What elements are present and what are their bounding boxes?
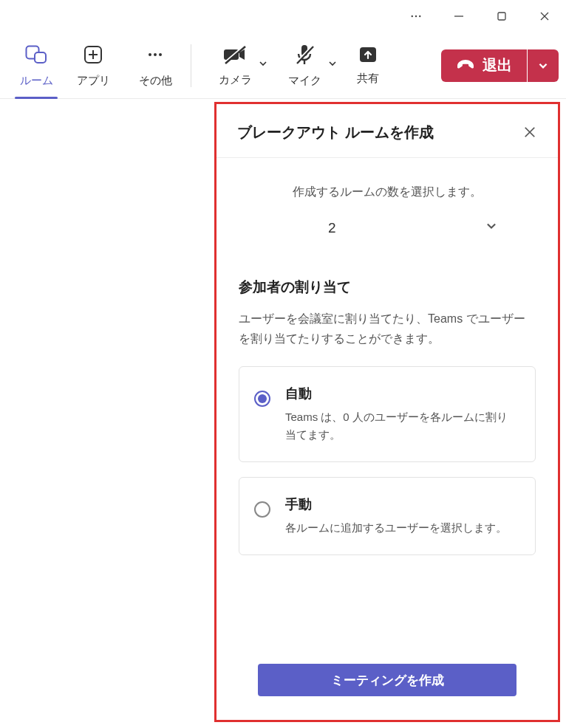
rooms-count-label: 作成するルームの数を選択します。 <box>234 185 540 200</box>
radio-selected-icon <box>254 391 270 407</box>
assign-desc: ユーザーを会議室に割り当てたり、Teams でユーザーを割り当てたりすることがで… <box>239 309 536 348</box>
share-label: 共有 <box>357 72 379 86</box>
chevron-down-icon <box>485 219 498 236</box>
create-meeting-button[interactable]: ミーティングを作成 <box>258 664 516 696</box>
svg-rect-4 <box>498 13 505 20</box>
toolbar-divider <box>191 44 191 87</box>
leave-label: 退出 <box>483 55 512 75</box>
apps-icon <box>83 45 103 66</box>
option-manual-desc: 各ルームに追加するユーザーを選択します。 <box>285 519 507 537</box>
rooms-count-value: 2 <box>328 220 336 236</box>
more-icon <box>146 45 165 66</box>
option-auto-desc: Teams は、0 人のユーザーを各ルームに割り当てます。 <box>285 408 517 444</box>
tab-rooms[interactable]: ルーム <box>13 35 59 97</box>
radio-unselected-icon <box>254 501 270 518</box>
option-manual[interactable]: 手動 各ルームに追加するユーザーを選択します。 <box>239 477 536 555</box>
leave-options-button[interactable] <box>528 49 559 82</box>
rooms-icon <box>25 45 47 66</box>
svg-point-13 <box>154 53 157 56</box>
panel-title: ブレークアウト ルームを作成 <box>237 123 434 142</box>
svg-point-12 <box>149 53 151 56</box>
option-manual-title: 手動 <box>285 495 507 513</box>
window-close-button[interactable] <box>523 0 566 32</box>
camera-label: カメラ <box>219 73 252 87</box>
rooms-count-dropdown[interactable]: 2 <box>269 212 505 244</box>
window-minimize-button[interactable] <box>437 0 480 32</box>
svg-point-2 <box>419 16 420 17</box>
option-auto[interactable]: 自動 Teams は、0 人のユーザーを各ルームに割り当てます。 <box>239 366 536 462</box>
mic-off-icon <box>294 55 315 68</box>
leave-button[interactable]: 退出 <box>441 49 527 82</box>
camera-off-icon <box>223 55 247 67</box>
svg-point-0 <box>412 16 413 17</box>
panel-close-button[interactable] <box>519 122 540 142</box>
share-toggle[interactable]: 共有 <box>339 35 397 97</box>
window-maximize-button[interactable] <box>480 0 523 32</box>
window-titlebar <box>0 0 566 32</box>
option-auto-title: 自動 <box>285 385 517 402</box>
window-more-button[interactable] <box>395 0 437 32</box>
share-icon <box>358 53 378 66</box>
tab-more[interactable]: その他 <box>124 35 186 97</box>
meeting-toolbar: ルーム アプリ その他 <box>0 32 566 99</box>
leave-button-group: 退出 <box>441 49 559 82</box>
chevron-down-icon[interactable] <box>327 58 338 71</box>
tab-apps[interactable]: アプリ <box>62 35 124 97</box>
tab-rooms-label: ルーム <box>20 74 53 88</box>
tab-apps-label: アプリ <box>77 74 110 88</box>
assign-title: 参加者の割り当て <box>239 278 536 297</box>
camera-toggle[interactable]: カメラ <box>200 35 270 97</box>
chevron-down-icon[interactable] <box>258 58 268 71</box>
hangup-icon <box>456 56 475 75</box>
svg-rect-8 <box>35 52 46 63</box>
breakout-rooms-panel: ブレークアウト ルームを作成 作成するルームの数を選択します。 2 参加者の割り… <box>214 102 560 722</box>
mic-toggle[interactable]: マイク <box>270 35 339 97</box>
tab-more-label: その他 <box>139 74 172 88</box>
svg-point-14 <box>159 53 162 56</box>
svg-point-1 <box>415 16 417 17</box>
mic-label: マイク <box>288 74 321 88</box>
